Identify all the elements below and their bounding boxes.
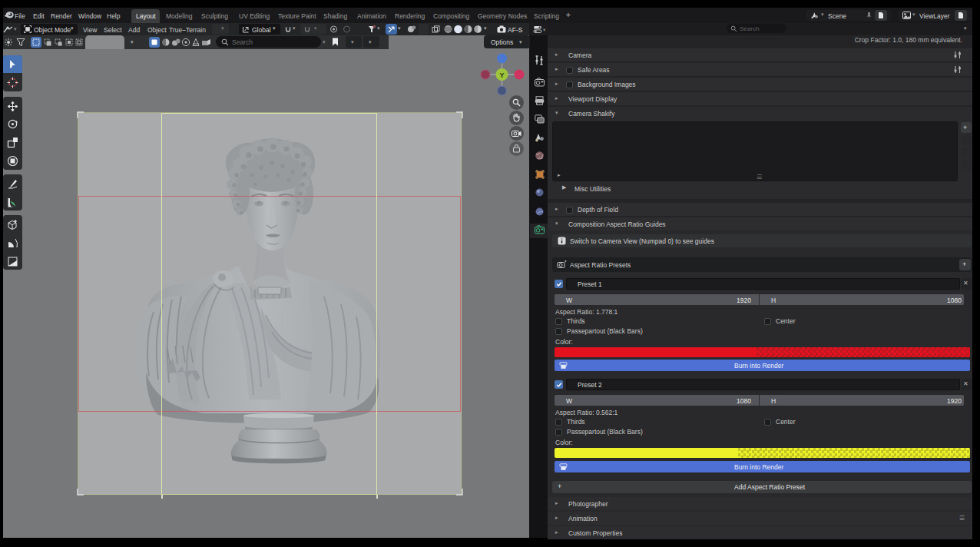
svg-text:Y: Y [499, 71, 504, 79]
